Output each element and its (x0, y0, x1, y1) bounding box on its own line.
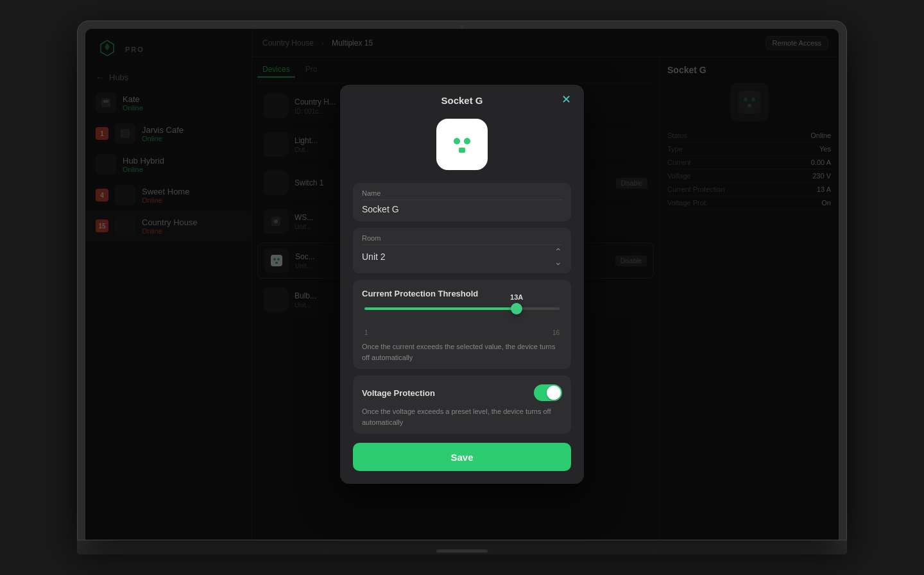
chevron-up-down-icon: ⌃⌄ (554, 246, 562, 267)
svg-rect-14 (447, 130, 477, 159)
name-label: Name (362, 189, 562, 197)
current-protection-desc: Once the current exceeds the selected va… (362, 341, 562, 363)
current-protection-card: Current Protection Threshold 13A (353, 280, 571, 369)
save-button[interactable]: Save (353, 443, 571, 471)
laptop-shell: PRO ← Hubs Kate Online (77, 21, 847, 540)
modal-body: Name Room Unit 2 ⌃⌄ (340, 183, 584, 434)
voltage-protection-desc: Once the voltage exceeds a preset level,… (362, 406, 562, 427)
modal-close-button[interactable]: ✕ (558, 92, 574, 107)
svg-rect-17 (459, 148, 465, 153)
name-input[interactable] (362, 202, 562, 214)
slider-container: 13A 1 16 (362, 307, 562, 336)
slider-fill (364, 307, 517, 310)
voltage-protection-card: Voltage Protection Once the voltage exce… (353, 375, 571, 434)
slider-max: 16 (552, 329, 560, 336)
slider-track (364, 307, 560, 310)
current-protection-title: Current Protection Threshold (362, 289, 562, 298)
slider-labels: 1 16 (364, 329, 560, 336)
modal-overlay: Socket G ✕ (85, 29, 839, 540)
trackpad-notch (436, 549, 488, 553)
svg-point-16 (464, 138, 470, 144)
room-value: Unit 2 (362, 252, 386, 262)
room-row: Unit 2 ⌃⌄ (362, 246, 562, 267)
laptop-screen: PRO ← Hubs Kate Online (85, 29, 839, 540)
app-background: PRO ← Hubs Kate Online (85, 29, 839, 540)
room-label: Room (362, 234, 562, 242)
slider-value-label: 13A (510, 293, 523, 301)
modal-dialog: Socket G ✕ (340, 85, 584, 484)
slider-min: 1 (364, 329, 368, 336)
laptop-bottom-bezel (77, 540, 847, 554)
svg-point-15 (454, 138, 460, 144)
modal-device-image-area (340, 114, 584, 183)
modal-header: Socket G ✕ (340, 85, 584, 114)
modal-title: Socket G (441, 95, 483, 106)
room-field-group: Room Unit 2 ⌃⌄ (353, 228, 571, 273)
voltage-toggle[interactable] (534, 384, 562, 401)
voltage-protection-title: Voltage Protection (362, 388, 435, 398)
toggle-thumb (547, 386, 561, 400)
socket-image (436, 119, 488, 170)
slider-thumb[interactable] (511, 303, 522, 314)
voltage-header: Voltage Protection (362, 384, 562, 401)
socket-svg-icon (445, 127, 479, 162)
name-field-group: Name (353, 183, 571, 221)
